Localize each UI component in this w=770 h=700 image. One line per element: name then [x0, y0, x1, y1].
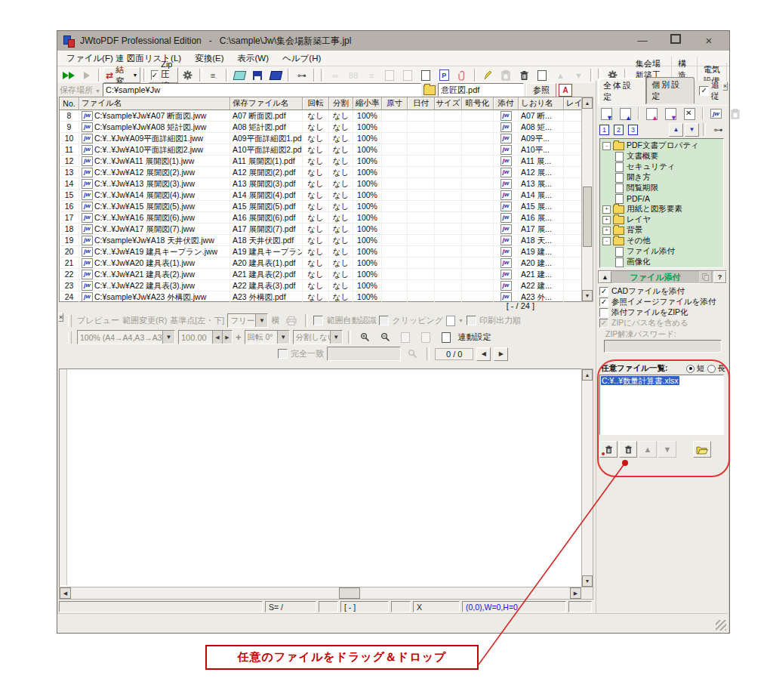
- maximize-icon[interactable]: [667, 31, 684, 51]
- col-fullsize[interactable]: 原寸: [382, 97, 408, 110]
- file-row[interactable]: 15 jwC:¥..¥Jw¥A14 展開図(4).jww A14 展開図(4).…: [60, 190, 582, 201]
- file-row[interactable]: 17 jwC:¥..¥Jw¥A16 展開図(6).jww A16 展開図(6).…: [60, 212, 582, 224]
- attached-file-listbox[interactable]: C:¥..¥数量計算書.xlsx: [599, 375, 724, 435]
- file-row[interactable]: 9 jwC:¥sample¥Jw¥A08 矩計図.jww A08 矩計図.pdf…: [60, 122, 582, 133]
- print-order-checkbox[interactable]: [467, 316, 476, 325]
- file-row[interactable]: 21 jwC:¥..¥Jw¥A20 建具表(1).jww A20 建具表(1).…: [60, 257, 582, 269]
- tree-item[interactable]: 画像化: [600, 257, 723, 267]
- preview-close-icon[interactable]: ×: [58, 313, 63, 322]
- menu-item-0[interactable]: ファイル(F): [60, 51, 120, 66]
- auto-recognize-checkbox[interactable]: [313, 316, 323, 325]
- zoom-out-icon[interactable]: [377, 330, 394, 344]
- toolbar-handle[interactable]: [68, 315, 72, 327]
- pdf-filename-input[interactable]: 意匠図.pdf: [438, 83, 524, 97]
- move-up-icon[interactable]: ▲: [552, 68, 569, 82]
- paste-icon[interactable]: [497, 68, 515, 82]
- follow-checkbox-icon[interactable]: ✓: [699, 86, 709, 96]
- spin-left-icon[interactable]: ◀: [212, 331, 222, 344]
- attach-option-2[interactable]: 添付ファイルをZIP化: [599, 307, 726, 318]
- concat-convert-button[interactable]: ⇄ 連結変換 ▼: [103, 67, 140, 83]
- dropdown-arrow-icon[interactable]: ▼: [458, 318, 464, 323]
- convert-all-button[interactable]: [60, 68, 77, 82]
- jww-doc-icon[interactable]: jw: [707, 106, 725, 121]
- attach-option-3[interactable]: ✓ ZIPにパス名を含める: [599, 318, 726, 328]
- col-savename[interactable]: 保存ファイル名: [230, 97, 303, 110]
- collapse-section-icon[interactable]: ▲: [599, 271, 611, 283]
- checkbox-icon[interactable]: ✓: [599, 298, 608, 307]
- file-row[interactable]: 19 jwC:¥sample¥Jw¥A18 天井伏図.jww A18 天井伏図.…: [60, 235, 582, 246]
- col-attach[interactable]: 添付: [494, 97, 519, 110]
- paperclip-icon[interactable]: [454, 68, 471, 82]
- scrollbar-thumb[interactable]: [583, 187, 592, 247]
- tree-item[interactable]: 閲覧期限: [600, 183, 723, 193]
- dropdown-arrow-icon[interactable]: ▼: [255, 314, 267, 327]
- col-date[interactable]: 日付: [408, 97, 435, 110]
- page-view-icon[interactable]: [438, 330, 455, 344]
- list-settings-icon[interactable]: ≡.: [205, 68, 223, 82]
- table-vertical-scrollbar[interactable]: ▲ ▼: [581, 97, 593, 302]
- delete-file-button[interactable]: [619, 441, 637, 458]
- dropdown-arrow-icon[interactable]: ▼: [133, 72, 138, 78]
- dropdown-arrow-icon[interactable]: ▼: [162, 331, 174, 344]
- clipping-checkbox[interactable]: [379, 316, 389, 325]
- tree-item[interactable]: -PDF文書プロパティ: [600, 140, 723, 151]
- preview-horizontal-scrollbar[interactable]: ◀ ▶: [59, 587, 593, 600]
- menu-item-2[interactable]: 変換(E): [188, 51, 230, 66]
- move-down-icon[interactable]: ▼: [570, 68, 587, 82]
- save-folder-combobox[interactable]: C:¥sample¥Jw: [103, 83, 421, 97]
- radio-icon[interactable]: [707, 365, 716, 373]
- col-bookmark[interactable]: しおり名: [519, 97, 564, 110]
- open-list-icon[interactable]: [231, 68, 248, 82]
- scrollbar-thumb[interactable]: [339, 587, 360, 599]
- close-list-icon[interactable]: [267, 68, 285, 82]
- doc-arrow-up-red-icon[interactable]: ▲: [643, 106, 661, 121]
- col-filename[interactable]: ファイル名: [79, 97, 230, 110]
- file-row[interactable]: 23 jwC:¥..¥Jw¥A22 建具表(3).jww A22 建具表(3).…: [60, 280, 582, 291]
- page-1-button[interactable]: 1: [598, 124, 611, 136]
- doc-arrow-up-blue-icon[interactable]: ▲: [617, 106, 634, 121]
- file-up-icon[interactable]: ▲: [639, 441, 657, 458]
- pdf-prop-icon[interactable]: P: [436, 68, 453, 82]
- toolbar-handle[interactable]: [68, 331, 72, 344]
- spin-right-icon[interactable]: ▶: [222, 331, 232, 344]
- new-doc-icon[interactable]: [534, 68, 551, 82]
- doc-clear-icon[interactable]: ✕: [681, 106, 698, 121]
- crosshair-icon[interactable]: +: [236, 331, 242, 343]
- follow-toggle[interactable]: ✓ 追従: [699, 79, 727, 103]
- tree-item[interactable]: 開き方: [600, 172, 723, 183]
- file-row[interactable]: 22 jwC:¥..¥Jw¥A21 建具表(2).jww A21 建具表(2).…: [60, 269, 582, 280]
- dropdown-arrow-icon[interactable]: ▼: [330, 331, 342, 344]
- pdf-file-icon[interactable]: A: [559, 84, 572, 97]
- page-2-button[interactable]: 2: [612, 124, 625, 136]
- edit-pen-icon[interactable]: [479, 68, 497, 82]
- file-row[interactable]: 14 jwC:¥..¥Jw¥A13 展開図(3).jww A13 展開図(3).…: [60, 178, 582, 190]
- checkbox-icon[interactable]: ✓: [599, 287, 608, 296]
- col-encrypt[interactable]: 暗号化: [462, 97, 494, 110]
- list-item[interactable]: C:¥..¥数量計算書.xlsx: [601, 376, 722, 386]
- scale-spinner[interactable]: 100.00 ◀▶: [178, 330, 233, 344]
- col-no[interactable]: No.: [60, 97, 79, 110]
- tree-item[interactable]: +背景: [600, 225, 723, 236]
- convert-selected-button[interactable]: [78, 68, 95, 82]
- checkbox-icon[interactable]: [599, 308, 608, 317]
- delete-trash-icon[interactable]: [516, 68, 533, 82]
- split-combobox[interactable]: 分割しない▼: [293, 330, 343, 344]
- file-row[interactable]: 20 jwC:¥..¥Jw¥A19 建具キープラン.jww A19 建具キープラ…: [60, 246, 582, 257]
- range-change-button[interactable]: 範囲変更(R): [122, 315, 167, 326]
- save-location-dropdown[interactable]: 保存場所 ▼: [60, 85, 100, 96]
- file-row[interactable]: 12 jwC:¥..¥Jw¥A11 展開図(1).jww A11 展開図(1).…: [60, 156, 582, 167]
- file-row[interactable]: 13 jwC:¥..¥Jw¥A12 展開図(2).jww A12 展開図(2).…: [60, 167, 582, 178]
- doc-arrow-down-purple-icon[interactable]: ▼: [662, 106, 679, 121]
- prev-match-icon[interactable]: ◀: [476, 347, 491, 361]
- preview-area[interactable]: [59, 369, 583, 587]
- page-3-button[interactable]: 3: [627, 124, 639, 136]
- scroll-up-icon[interactable]: ▲: [582, 369, 593, 381]
- scroll-up-icon[interactable]: ▲: [582, 97, 593, 109]
- col-split[interactable]: 分割: [329, 97, 353, 110]
- scroll-down-icon[interactable]: ▼: [582, 575, 593, 587]
- properties-key-icon[interactable]: ⊶: [293, 68, 310, 82]
- tab-global-settings[interactable]: 全体設定: [598, 78, 646, 104]
- zoom-in-icon[interactable]: [356, 330, 374, 344]
- folder-icon[interactable]: [424, 85, 436, 95]
- tree-item[interactable]: ファイル添付: [600, 246, 723, 257]
